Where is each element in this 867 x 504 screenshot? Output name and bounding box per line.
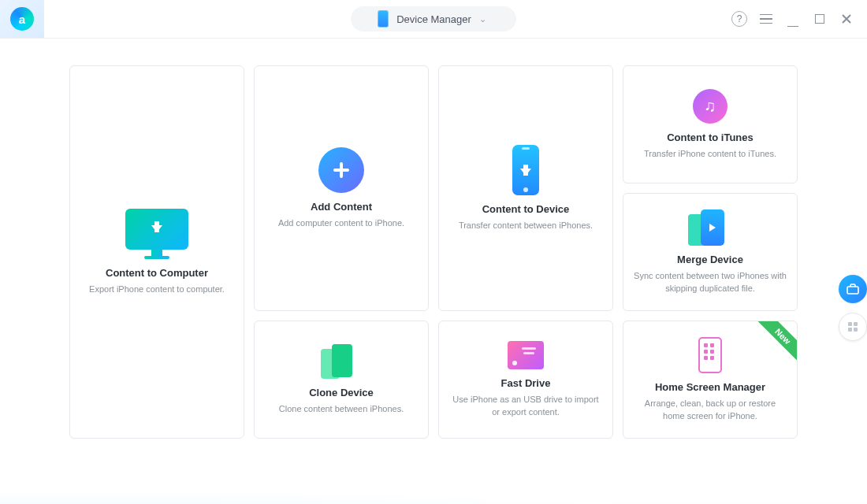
card-title: Content to Computer [106,267,208,279]
window-controls: ? [731,11,867,27]
merge-device-icon [688,209,732,246]
title-bar: a Device Manager ⌄ ? [0,0,867,38]
card-add-content[interactable]: Add Content Add computer content to iPho… [254,65,429,311]
card-subtitle: Transfer content between iPhones. [459,220,593,232]
app-logo-icon: a [10,7,34,31]
card-merge-device[interactable]: Merge Device Sync content between two iP… [623,193,798,311]
card-title: Home Screen Manager [655,381,765,393]
clone-device-icon [321,344,362,379]
svg-rect-0 [847,287,858,294]
card-home-screen-manager[interactable]: New Home Screen Manager Arrange, clean, … [623,321,798,439]
card-subtitle: Sync content between two iPhones with sk… [633,270,787,295]
monitor-download-icon [125,209,188,259]
grid-icon [848,322,858,332]
help-button[interactable]: ? [731,11,747,27]
minimize-button[interactable] [785,11,801,27]
card-title: Add Content [311,201,372,213]
close-button[interactable] [839,11,854,27]
plus-circle-icon [318,147,364,193]
card-content-to-computer[interactable]: Content to Computer Export iPhone conten… [69,65,244,439]
card-subtitle: Use iPhone as an USB drive to import or … [448,394,603,418]
dock-toolbox-button[interactable] [839,275,867,303]
menu-button[interactable] [758,11,774,27]
card-subtitle: Clone content between iPhones. [279,403,404,415]
card-title: Clone Device [309,387,374,398]
side-dock [839,275,867,341]
briefcase-icon [846,282,860,296]
phone-icon [378,10,389,28]
music-note-icon: ♫ [693,89,727,124]
card-content-to-device[interactable]: Content to Device Transfer content betwe… [438,65,613,311]
device-selector[interactable]: Device Manager ⌄ [351,6,516,32]
card-subtitle: Transfer iPhone content to iTunes. [644,148,776,160]
phone-download-icon [512,145,539,195]
card-clone-device[interactable]: Clone Device Clone content between iPhon… [254,321,429,439]
card-subtitle: Arrange, clean, back up or restore home … [633,398,787,422]
dock-grid-button[interactable] [839,313,867,341]
drive-icon [508,341,544,369]
card-title: Merge Device [677,254,743,265]
feature-grid: Content to Computer Export iPhone conten… [69,65,798,439]
new-badge: New [757,321,798,362]
maximize-button[interactable] [812,11,828,27]
card-subtitle: Add computer content to iPhone. [278,217,404,229]
card-title: Content to Device [482,203,570,215]
main-stage: Content to Computer Export iPhone conten… [0,39,867,504]
home-screen-icon [698,337,722,373]
card-title: Fast Drive [501,377,551,389]
card-title: Content to iTunes [667,132,754,143]
chevron-down-icon: ⌄ [479,14,486,24]
device-selector-label: Device Manager [396,13,471,25]
card-content-to-itunes[interactable]: ♫ Content to iTunes Transfer iPhone cont… [623,65,798,183]
card-subtitle: Export iPhone content to computer. [89,284,225,295]
card-fast-drive[interactable]: Fast Drive Use iPhone as an USB drive to… [438,321,613,439]
app-logo-box: a [0,0,44,38]
